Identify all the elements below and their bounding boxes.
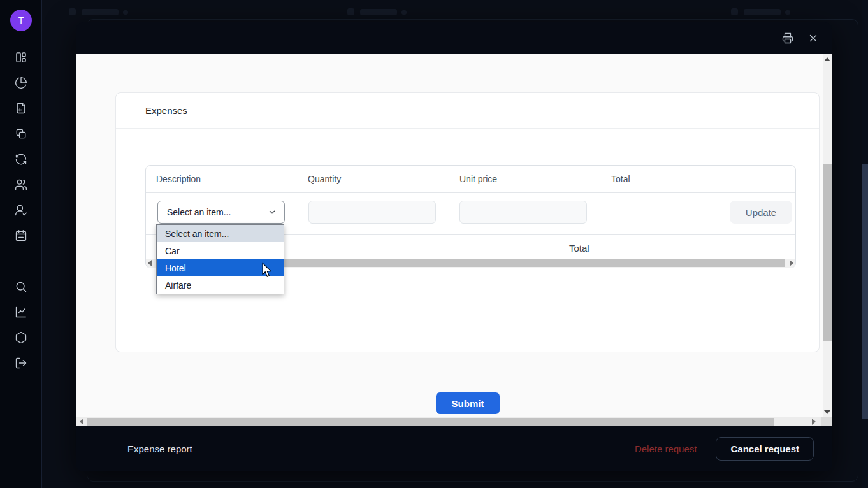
scroll-down-icon[interactable] — [824, 410, 830, 414]
column-header-description: Description — [146, 174, 298, 184]
modal-hscrollbar-thumb[interactable] — [87, 418, 774, 426]
avatar[interactable]: T — [10, 10, 32, 31]
logout-icon[interactable] — [15, 357, 27, 370]
expense-report-title: Expense report — [127, 443, 192, 454]
file-plus-icon[interactable] — [15, 102, 27, 115]
dropdown-option-car[interactable]: Car — [157, 242, 284, 259]
users-icon[interactable] — [15, 178, 27, 191]
scroll-right-icon[interactable] — [812, 419, 816, 425]
print-icon[interactable] — [782, 32, 793, 44]
background-tab-chevron — [785, 10, 790, 15]
expenses-title: Expenses — [145, 105, 187, 116]
scroll-right-icon[interactable] — [790, 260, 793, 266]
quantity-input[interactable] — [308, 201, 436, 224]
submit-button[interactable]: Submit — [436, 392, 500, 414]
background-tab-icon — [347, 8, 354, 15]
expenses-card-header: Expenses — [116, 93, 819, 129]
description-select[interactable]: Select an item... — [157, 201, 285, 224]
calendar-icon[interactable] — [15, 229, 27, 242]
background-tab-label — [744, 9, 781, 15]
chevron-down-icon — [268, 208, 277, 217]
dropdown-option-airfare[interactable]: Airfare — [157, 276, 284, 294]
scroll-left-icon[interactable] — [148, 260, 152, 266]
description-dropdown-menu: Select an item... Car Hotel Airfare — [156, 224, 284, 294]
modal-horizontal-scrollbar[interactable] — [76, 417, 832, 426]
scrollbar-corner — [821, 417, 832, 426]
cancel-request-button[interactable]: Cancel request — [716, 437, 814, 461]
dropdown-option-hotel[interactable]: Hotel — [157, 259, 284, 276]
search-icon[interactable] — [15, 280, 27, 293]
background-tab-icon — [69, 8, 76, 15]
column-header-unit-price: Unit price — [449, 174, 601, 184]
dashboard-icon[interactable] — [15, 51, 27, 64]
hexagon-icon[interactable] — [15, 331, 27, 344]
unit-price-input[interactable] — [459, 201, 587, 224]
expenses-card: Expenses Description Quantity Unit price… — [115, 92, 820, 352]
refresh-icon[interactable] — [15, 153, 27, 166]
background-tab-chevron — [401, 10, 407, 15]
copy-icon[interactable] — [15, 127, 27, 140]
description-select-value: Select an item... — [167, 207, 231, 217]
background-tab-label — [360, 9, 397, 15]
delete-request-link[interactable]: Delete request — [635, 443, 697, 454]
background-tab-icon — [731, 8, 738, 15]
dropdown-option-select-an-item[interactable]: Select an item... — [157, 225, 284, 242]
update-button[interactable]: Update — [730, 201, 792, 224]
expenses-table-header: Description Quantity Unit price Total — [146, 166, 795, 193]
pie-chart-icon[interactable] — [15, 76, 27, 89]
total-label: Total — [569, 235, 590, 261]
column-header-quantity: Quantity — [298, 174, 449, 184]
scroll-left-icon[interactable] — [80, 419, 83, 425]
scroll-up-icon[interactable] — [824, 57, 830, 61]
sidebar: T — [0, 0, 42, 488]
line-chart-icon[interactable] — [15, 306, 27, 319]
modal-scrollbar-thumb[interactable] — [823, 164, 832, 341]
window-scrollbar-thumb[interactable] — [862, 164, 868, 419]
modal-header — [76, 22, 832, 54]
background-tab-chevron — [123, 10, 128, 15]
close-icon[interactable] — [807, 32, 819, 44]
column-header-total: Total — [601, 174, 795, 184]
modal-footer: Expense report Delete request Cancel req… — [76, 426, 832, 471]
sidebar-divider — [0, 262, 42, 262]
user-check-icon[interactable] — [15, 204, 27, 217]
background-tab-label — [82, 9, 119, 15]
